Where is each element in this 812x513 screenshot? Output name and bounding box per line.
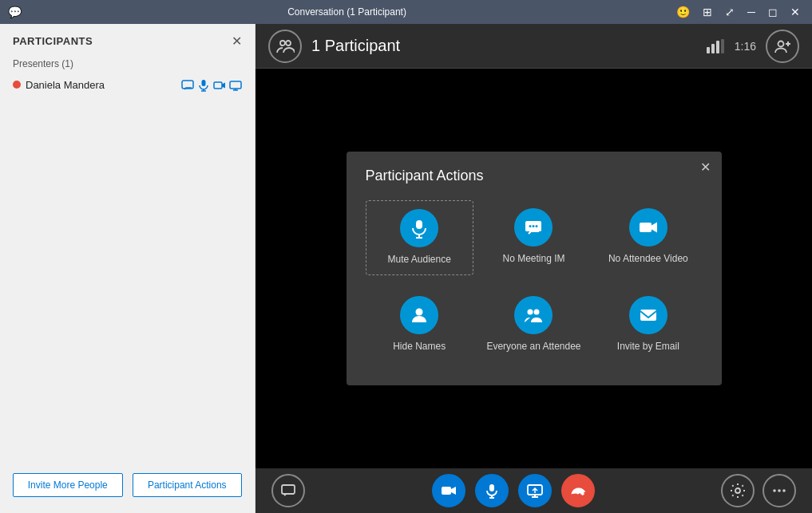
svg-rect-29 xyxy=(416,220,422,229)
close-icon[interactable]: ✕ xyxy=(786,4,804,20)
emoji-icon[interactable]: 🙂 xyxy=(672,4,694,20)
restore-icon[interactable]: ◻ xyxy=(764,4,782,20)
svg-point-36 xyxy=(536,225,538,227)
title-bar-left: 💬 xyxy=(8,6,22,18)
invite-by-email-action[interactable]: Invite by Email xyxy=(594,288,702,361)
svg-point-40 xyxy=(534,310,540,315)
chat-icon: 💬 xyxy=(8,6,22,18)
presenters-label: Presenters (1) xyxy=(13,58,242,69)
participant-status-dot xyxy=(13,81,21,89)
sidebar-header: PARTICIPANTS ✕ xyxy=(0,24,255,55)
svg-point-38 xyxy=(416,309,423,316)
main-layout: PARTICIPANTS ✕ Presenters (1) Daniela Ma… xyxy=(0,24,812,513)
title-bar-title: Conversation (1 Participant) xyxy=(22,6,672,18)
dialog-overlay: ✕ Participant Actions Mu xyxy=(255,24,812,513)
participant-row: Daniela Mandera xyxy=(13,74,242,95)
svg-point-39 xyxy=(528,310,533,315)
participant-mic-icon[interactable] xyxy=(197,77,210,92)
mute-audience-action[interactable]: Mute Audience xyxy=(366,200,473,275)
sidebar-close-button[interactable]: ✕ xyxy=(232,34,242,49)
svg-rect-37 xyxy=(640,223,652,232)
invite-more-button[interactable]: Invite More People xyxy=(13,473,123,497)
svg-point-34 xyxy=(529,225,532,227)
dialog-title: Participant Actions xyxy=(366,168,703,184)
participant-icons xyxy=(181,77,242,92)
invite-by-email-label: Invite by Email xyxy=(617,341,679,353)
title-bar-controls: 🙂 ⊞ ⤢ ─ ◻ ✕ xyxy=(672,4,804,20)
svg-rect-41 xyxy=(640,310,656,321)
no-attendee-video-label: No Attendee Video xyxy=(608,253,688,266)
hide-names-icon xyxy=(400,296,438,334)
svg-point-35 xyxy=(533,225,535,227)
everyone-attendee-label: Everyone an Attendee xyxy=(486,341,580,353)
no-meeting-im-action[interactable]: No Meeting IM xyxy=(480,200,588,275)
sidebar: PARTICIPANTS ✕ Presenters (1) Daniela Ma… xyxy=(0,24,255,513)
everyone-attendee-action[interactable]: Everyone an Attendee xyxy=(480,288,588,361)
participant-screen-icon[interactable] xyxy=(229,77,242,92)
main-content: 1 Participant 1:16 xyxy=(255,24,812,513)
participant-actions-dialog: ✕ Participant Actions Mu xyxy=(347,152,722,385)
hide-names-action[interactable]: Hide Names xyxy=(366,288,473,361)
dialog-actions-grid: Mute Audience xyxy=(366,200,703,361)
no-attendee-video-action[interactable]: No Attendee Video xyxy=(594,200,702,275)
no-meeting-im-label: No Meeting IM xyxy=(502,253,564,266)
expand-icon[interactable]: ⤢ xyxy=(721,4,739,20)
minimize-icon[interactable]: ─ xyxy=(743,4,759,20)
participant-actions-button[interactable]: Participant Actions xyxy=(133,473,243,497)
hide-names-label: Hide Names xyxy=(393,341,446,353)
everyone-attendee-icon xyxy=(514,296,553,334)
mute-audience-label: Mute Audience xyxy=(387,254,450,266)
no-attendee-video-icon xyxy=(629,208,667,247)
participant-video-icon[interactable] xyxy=(213,77,226,92)
svg-rect-1 xyxy=(202,80,206,86)
dialog-close-button[interactable]: ✕ xyxy=(700,160,711,175)
svg-rect-4 xyxy=(214,82,222,89)
sidebar-bottom-buttons: Invite More People Participant Actions xyxy=(0,473,255,497)
participants-section: Presenters (1) Daniela Mandera xyxy=(0,55,255,101)
no-meeting-im-icon xyxy=(514,208,553,247)
svg-rect-5 xyxy=(230,81,241,89)
mute-audience-icon xyxy=(400,209,438,247)
invite-by-email-icon xyxy=(629,296,667,334)
title-bar: 💬 Conversation (1 Participant) 🙂 ⊞ ⤢ ─ ◻… xyxy=(0,0,812,24)
grid-icon[interactable]: ⊞ xyxy=(699,4,716,20)
sidebar-title: PARTICIPANTS xyxy=(13,35,93,47)
participant-chat-icon[interactable] xyxy=(181,77,194,92)
participant-name: Daniela Mandera xyxy=(26,79,176,91)
